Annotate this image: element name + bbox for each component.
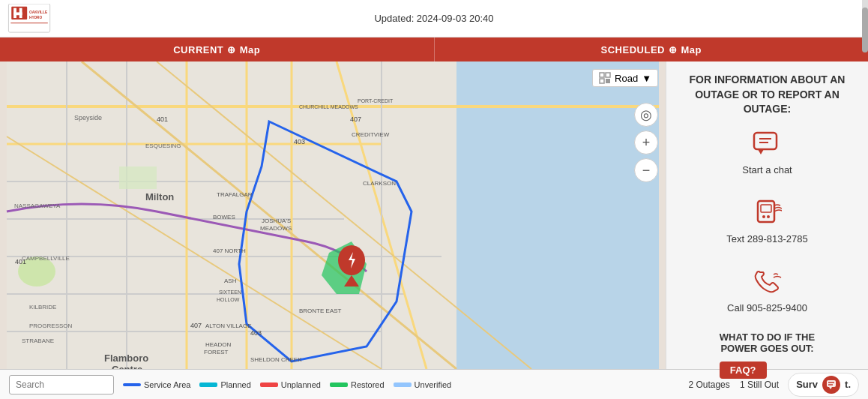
svg-text:401: 401 [15, 258, 26, 266]
faq-button[interactable]: FAQ? [720, 362, 767, 379]
main-content: Speyside ESQUESING Milton NASSAGAWEYA CA… [0, 62, 868, 369]
legend-label-unplanned: Unplanned [281, 380, 321, 389]
svg-text:CAMPBELLVILLE: CAMPBELLVILLE [22, 255, 70, 262]
svg-rect-72 [754, 133, 777, 149]
text-action[interactable]: Text 289-813-2785 [726, 200, 807, 244]
svg-rect-28 [119, 166, 157, 189]
recenter-icon: ◎ [640, 106, 652, 123]
current-map-tab[interactable]: CURRENT ⊕ Map [0, 38, 435, 62]
svg-point-78 [762, 215, 765, 218]
svg-rect-69 [606, 73, 610, 77]
survey-label: Surv [796, 379, 818, 390]
legend-label-unverified: Unverified [415, 380, 452, 389]
map-area[interactable]: Speyside ESQUESING Milton NASSAGAWEYA CA… [0, 62, 666, 369]
legend-restored: Restored [330, 380, 385, 389]
survey-button[interactable]: Surv t. [788, 373, 859, 397]
svg-text:SHELDON CREEK: SHELDON CREEK [250, 356, 302, 363]
call-icon [753, 268, 783, 300]
legend-color-service-area [123, 383, 141, 386]
legend-color-unverified [394, 382, 412, 387]
power-out-section: WHAT TO DO IF THE POWER GOES OUT: FAQ? [720, 332, 815, 379]
legend-color-unplanned [260, 382, 278, 387]
legend-color-planned [199, 382, 217, 387]
logo-area: OAKVILLE HYDRO [7, 4, 52, 34]
call-label: Call 905-825-9400 [727, 302, 807, 314]
survey-label2: t. [845, 379, 851, 390]
svg-text:Milton: Milton [145, 191, 174, 202]
power-out-line2: POWER GOES OUT: [720, 343, 813, 354]
legend-label-restored: Restored [351, 380, 385, 389]
power-out-title: WHAT TO DO IF THE POWER GOES OUT: [720, 332, 815, 354]
svg-text:ESQUESING: ESQUESING [145, 142, 181, 149]
map-type-icon [599, 72, 611, 84]
svg-text:SIXTEEN: SIXTEEN [219, 290, 241, 295]
current-label: CURRENT [173, 44, 223, 56]
search-input[interactable] [9, 375, 114, 394]
svg-text:CREDITVIEW: CREDITVIEW [352, 131, 390, 138]
chat-action[interactable]: Start a chat [742, 130, 792, 176]
zoom-out-icon: − [642, 163, 651, 178]
svg-text:OAKVILLE: OAKVILLE [29, 10, 47, 14]
svg-text:HEADON: HEADON [205, 341, 231, 348]
svg-rect-80 [827, 380, 836, 387]
svg-text:Centre: Centre [112, 364, 142, 369]
zoom-in-icon: + [642, 135, 651, 151]
svg-marker-83 [829, 387, 832, 389]
svg-text:ASH: ASH [224, 278, 237, 284]
svg-rect-70 [600, 79, 604, 83]
sidebar-title-line2: OUTAGE OR TO REPORT AN OUTAGE: [695, 88, 840, 116]
svg-text:STRABANE: STRABANE [22, 338, 54, 344]
legend-color-restored [330, 382, 348, 387]
recenter-button[interactable]: ◎ [634, 103, 658, 127]
svg-text:BOWES: BOWES [213, 214, 235, 220]
chat-label: Start a chat [742, 164, 792, 176]
svg-text:NASSAGAWEYA: NASSAGAWEYA [14, 202, 61, 209]
survey-chat-icon [822, 376, 840, 394]
current-globe-icon: ⊕ [227, 44, 236, 56]
scheduled-globe-icon: ⊕ [669, 44, 678, 56]
call-action[interactable]: Call 905-825-9400 [727, 268, 807, 314]
map-type-selector[interactable]: Road ▼ [592, 69, 658, 87]
legend-label-service-area: Service Area [144, 380, 190, 389]
current-map-label: Map [240, 44, 261, 56]
map-controls: ◎ + − [634, 103, 658, 182]
nav-bar: CURRENT ⊕ Map SCHEDULED ⊕ Map [0, 38, 868, 62]
svg-text:403: 403 [294, 138, 305, 146]
svg-text:407: 407 [190, 322, 202, 329]
still-out-count: 1 Still Out [740, 380, 779, 390]
power-out-line1: WHAT TO DO IF THE [720, 332, 815, 343]
svg-point-79 [767, 215, 770, 218]
svg-text:PORT-CREDIT: PORT-CREDIT [358, 98, 394, 104]
legend-service-area: Service Area [123, 380, 190, 389]
sidebar-title-line1: FOR INFORMATION ABOUT AN [690, 74, 846, 86]
scrollbar[interactable] [862, 0, 868, 37]
chat-icon [752, 130, 782, 162]
scheduled-map-tab[interactable]: SCHEDULED ⊕ Map [435, 38, 869, 62]
svg-text:CHURCHILL MEADOWS: CHURCHILL MEADOWS [299, 104, 358, 110]
svg-marker-75 [758, 149, 764, 154]
logo: OAKVILLE HYDRO [7, 4, 52, 34]
svg-text:TRAFALGAR: TRAFALGAR [217, 191, 253, 198]
outages-count: 2 Outages [688, 380, 729, 390]
legend-unverified: Unverified [394, 380, 452, 389]
sidebar: FOR INFORMATION ABOUT AN OUTAGE OR TO RE… [666, 62, 868, 369]
svg-rect-4 [19, 8, 22, 17]
svg-text:Flamboro: Flamboro [104, 352, 148, 364]
svg-text:ALTON VILLAGE: ALTON VILLAGE [205, 322, 252, 329]
svg-text:FOREST: FOREST [204, 349, 229, 356]
scheduled-map-label: Map [681, 44, 702, 56]
map-svg: Speyside ESQUESING Milton NASSAGAWEYA CA… [0, 62, 666, 369]
svg-rect-68 [600, 73, 604, 77]
svg-text:HYDRO: HYDRO [29, 16, 42, 20]
header: OAKVILLE HYDRO Updated: 2024-09-03 20:40 [0, 0, 868, 38]
zoom-in-button[interactable]: + [634, 130, 658, 154]
svg-text:MEADOWS: MEADOWS [260, 225, 292, 232]
scrollbar-thumb[interactable] [862, 8, 868, 52]
text-icon [752, 200, 782, 231]
map-type-label: Road [615, 73, 638, 84]
zoom-out-button[interactable]: − [634, 158, 658, 182]
legend-label-planned: Planned [220, 380, 250, 389]
svg-text:407: 407 [350, 116, 361, 123]
svg-text:HOLLOW: HOLLOW [217, 297, 240, 302]
svg-rect-71 [606, 79, 610, 83]
